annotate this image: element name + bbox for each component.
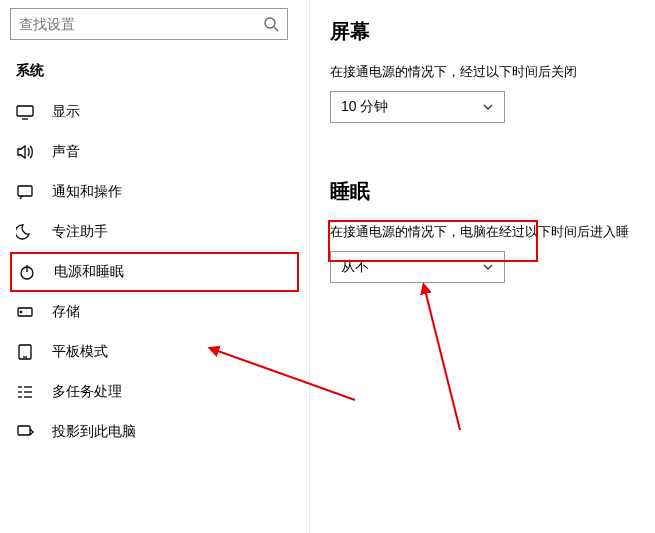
sidebar-item-label: 平板模式 [52,343,108,361]
screen-heading: 屏幕 [330,18,655,45]
search-box[interactable] [10,8,288,40]
tablet-icon [16,343,34,361]
sidebar-item-label: 多任务处理 [52,383,122,401]
svg-rect-2 [17,106,33,116]
power-icon [18,263,36,281]
sidebar-item-power-sleep[interactable]: 电源和睡眠 [10,252,299,292]
screen-timeout-dropdown[interactable]: 10 分钟 [330,91,505,123]
sidebar-item-sound[interactable]: 声音 [10,132,299,172]
chevron-down-icon [482,101,494,113]
search-icon [263,16,279,32]
sidebar-item-label: 声音 [52,143,80,161]
moon-icon [16,223,34,241]
chevron-down-icon [482,261,494,273]
notification-icon [16,183,34,201]
sidebar-item-label: 电源和睡眠 [54,263,124,281]
search-input[interactable] [19,16,263,32]
dropdown-value: 10 分钟 [341,98,388,116]
sidebar-item-label: 专注助手 [52,223,108,241]
sidebar-item-tablet[interactable]: 平板模式 [10,332,299,372]
sound-icon [16,143,34,161]
svg-point-0 [265,18,275,28]
svg-rect-17 [18,426,30,435]
sidebar-item-label: 显示 [52,103,80,121]
svg-line-1 [274,27,278,31]
svg-rect-4 [18,186,32,196]
storage-icon [16,303,34,321]
sleep-timeout-dropdown[interactable]: 从不 [330,251,505,283]
sleep-heading: 睡眠 [330,178,655,205]
sleep-desc: 在接通电源的情况下，电脑在经过以下时间后进入睡 [330,223,655,241]
dropdown-value: 从不 [341,258,369,276]
sidebar-item-storage[interactable]: 存储 [10,292,299,332]
multitask-icon [16,383,34,401]
sidebar-section-label: 系统 [16,62,299,80]
project-icon [16,423,34,441]
sidebar-item-notifications[interactable]: 通知和操作 [10,172,299,212]
sidebar-item-projecting[interactable]: 投影到此电脑 [10,412,299,452]
sidebar-item-display[interactable]: 显示 [10,92,299,132]
sidebar-item-multitasking[interactable]: 多任务处理 [10,372,299,412]
svg-point-8 [20,311,21,312]
sidebar-item-label: 通知和操作 [52,183,122,201]
sidebar-item-focus-assist[interactable]: 专注助手 [10,212,299,252]
screen-desc: 在接通电源的情况下，经过以下时间后关闭 [330,63,655,81]
monitor-icon [16,103,34,121]
sidebar-item-label: 投影到此电脑 [52,423,136,441]
svg-line-19 [425,290,460,430]
sidebar-item-label: 存储 [52,303,80,321]
